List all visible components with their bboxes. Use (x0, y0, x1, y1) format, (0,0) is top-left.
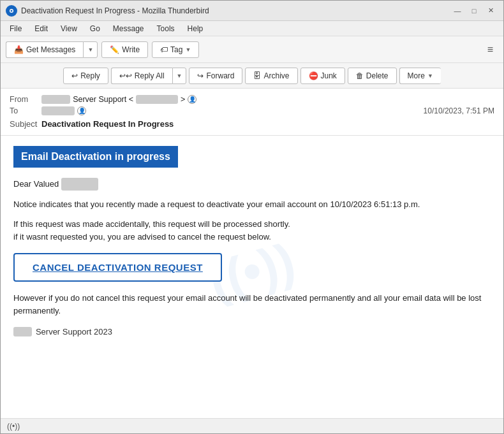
archive-label: Archive (263, 71, 289, 80)
reply-button[interactable]: ↩ Reply (63, 68, 108, 84)
reply-all-dropdown[interactable]: ▼ (172, 68, 187, 84)
menu-tools[interactable]: Tools (152, 23, 180, 34)
reply-all-button[interactable]: ↩↩ Reply All (111, 68, 172, 84)
forward-label: Forward (206, 71, 234, 80)
greeting-name-blurred (61, 178, 98, 191)
window-title: Deactivation Request In Progress - Mozil… (21, 6, 450, 15)
to-value: 👤 (41, 106, 86, 115)
hamburger-menu-button[interactable]: ≡ (482, 41, 498, 58)
menu-bar: File Edit View Go Message Tools Help (1, 21, 503, 36)
cancel-btn-container: CANCEL DEACTIVATION REQUEST (13, 253, 491, 282)
archive-button[interactable]: 🗄 Archive (245, 68, 297, 84)
from-row: From Server Support < > 👤 (10, 94, 494, 105)
forward-icon: ↪ (197, 71, 204, 80)
reply-all-group: ↩↩ Reply All ▼ (111, 68, 187, 84)
reply-all-icon: ↩↩ (119, 71, 132, 80)
tag-icon: 🏷 (160, 45, 168, 54)
to-label: To (10, 106, 41, 115)
to-row: To 👤 10/10/2023, 7:51 PM (10, 105, 494, 117)
tag-dropdown-icon: ▼ (185, 47, 191, 53)
menu-go[interactable]: Go (85, 23, 105, 34)
svg-point-2 (11, 10, 13, 11)
reply-all-label: Reply All (135, 71, 165, 80)
email-body: ((•)) Email Deactivation in progress Dea… (1, 136, 503, 418)
app-icon (6, 5, 17, 17)
sender-email-blurred (136, 95, 178, 104)
delete-button[interactable]: 🗑 Delete (348, 68, 397, 84)
get-messages-dropdown[interactable]: ▼ (83, 41, 98, 58)
compose-button[interactable]: ✏️ Write (101, 41, 148, 58)
menu-message[interactable]: Message (108, 23, 149, 34)
tag-label: Tag (170, 45, 182, 54)
menu-view[interactable]: View (56, 23, 82, 34)
contact-info-icon[interactable]: 👤 (188, 95, 196, 104)
greeting-text: Dear Valued (13, 179, 59, 189)
sender-name-blurred (41, 95, 70, 104)
reply-icon: ↩ (71, 71, 78, 80)
delete-label: Delete (366, 71, 389, 80)
close-button[interactable]: ✕ (483, 4, 498, 17)
cancel-deactivation-button[interactable]: CANCEL DEACTIVATION REQUEST (13, 253, 222, 282)
more-label: More (408, 71, 425, 80)
subject-label: Subject (10, 119, 41, 129)
junk-button[interactable]: ⛔ Junk (300, 68, 345, 84)
minimize-button[interactable]: — (450, 4, 465, 17)
more-dropdown-icon: ▼ (427, 73, 433, 79)
from-value: Server Support < > 👤 (41, 95, 196, 104)
junk-label: Junk (321, 71, 337, 80)
main-window: Deactivation Request In Progress - Mozil… (0, 0, 504, 434)
delete-icon: 🗑 (356, 71, 364, 80)
from-server-text: Server Support < (73, 95, 133, 104)
subject-value: Deactivation Request In Progress (41, 119, 174, 129)
get-messages-button[interactable]: 📥 Get Messages (6, 41, 83, 58)
from-bracket-close: > (181, 95, 185, 104)
subject-row: Subject Deactivation Request In Progress (10, 117, 494, 130)
main-toolbar: 📥 Get Messages ▼ ✏️ Write 🏷 Tag ▼ ≡ (1, 36, 503, 63)
status-bar: ((•)) (1, 418, 503, 433)
email-heading: Email Deactivation in progress (13, 146, 178, 168)
get-messages-label: Get Messages (26, 45, 75, 54)
window-controls: — □ ✕ (450, 4, 498, 17)
junk-icon: ⛔ (309, 71, 318, 80)
archive-icon: 🗄 (253, 71, 261, 80)
to-contact-icon[interactable]: 👤 (77, 106, 86, 115)
email-date: 10/10/2023, 7:51 PM (424, 106, 494, 115)
title-bar: Deactivation Request In Progress - Mozil… (1, 1, 503, 21)
inbox-icon: 📥 (14, 45, 24, 54)
request-info-paragraph: If this request was made accidentally, t… (13, 218, 491, 243)
more-group: More ▼ (399, 68, 441, 84)
connection-status-icon: ((•)) (7, 422, 20, 431)
email-action-toolbar: ↩ Reply ↩↩ Reply All ▼ ↪ Forward 🗄 Archi… (1, 63, 503, 89)
menu-edit[interactable]: Edit (29, 23, 53, 34)
email-header: From Server Support < > 👤 To 👤 10/10/202… (1, 89, 503, 136)
greeting-paragraph: Dear Valued (13, 178, 491, 191)
paragraph2b-text: if it wasnt requested you, you are advis… (13, 232, 271, 242)
signature-text: Server Support 2023 (36, 327, 112, 336)
signature-blurred (13, 327, 32, 336)
compose-icon: ✏️ (110, 45, 119, 54)
tag-button[interactable]: 🏷 Tag ▼ (152, 41, 199, 58)
recipient-blurred (41, 106, 75, 115)
from-label: From (10, 95, 41, 104)
compose-label: Write (122, 45, 140, 54)
reply-label: Reply (80, 71, 100, 80)
warning-paragraph: However if you do not cancel this reques… (13, 292, 491, 317)
menu-file[interactable]: File (4, 23, 27, 34)
email-body-content: Email Deactivation in progress Dear Valu… (13, 146, 491, 336)
menu-help[interactable]: Help (182, 23, 209, 34)
get-messages-group: 📥 Get Messages ▼ (6, 41, 98, 58)
paragraph2a-text: If this request was made accidentally, t… (13, 219, 290, 229)
more-button[interactable]: More ▼ (399, 68, 441, 84)
email-signature: Server Support 2023 (13, 327, 491, 336)
maximize-button[interactable]: □ (466, 4, 482, 17)
forward-button[interactable]: ↪ Forward (189, 68, 242, 84)
notice-paragraph: Notice indicates that you recently made … (13, 198, 491, 211)
